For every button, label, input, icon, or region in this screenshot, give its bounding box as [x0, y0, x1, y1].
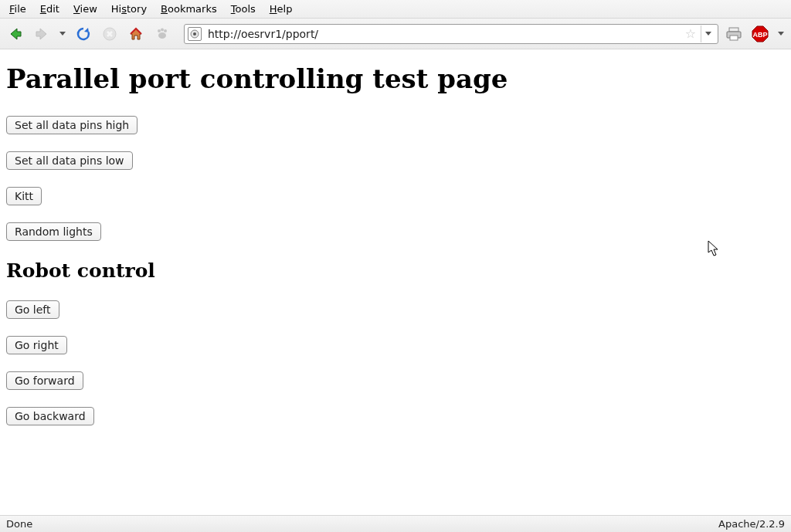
chevron-down-icon	[59, 32, 66, 36]
go-forward-button[interactable]: Go forward	[6, 371, 83, 390]
menu-file[interactable]: File	[3, 2, 32, 16]
forward-arrow-icon	[34, 26, 49, 42]
bookmark-star-icon[interactable]: ☆	[685, 26, 696, 41]
chevron-down-icon	[705, 32, 711, 36]
url-bar[interactable]: ☆	[184, 24, 718, 44]
url-dropdown-button[interactable]	[701, 25, 715, 42]
abp-icon: ABP	[752, 25, 769, 42]
svg-point-1	[158, 29, 161, 32]
svg-point-6	[193, 32, 196, 36]
printer-icon	[725, 26, 742, 42]
menu-help[interactable]: Help	[263, 2, 299, 16]
url-input[interactable]	[206, 27, 681, 41]
go-backward-button[interactable]: Go backward	[6, 407, 94, 425]
page-title: Parallel port controlling test page	[6, 63, 785, 94]
site-identity-icon[interactable]	[188, 27, 202, 41]
back-button[interactable]	[5, 23, 26, 45]
menu-bookmarks[interactable]: Bookmarks	[154, 2, 223, 16]
status-text-left: Done	[6, 518, 32, 530]
set-all-high-button[interactable]: Set all data pins high	[6, 116, 137, 134]
svg-text:ABP: ABP	[752, 31, 767, 39]
menu-edit[interactable]: Edit	[34, 2, 66, 16]
forward-menu-button[interactable]	[57, 23, 68, 45]
menu-tools[interactable]: Tools	[225, 2, 262, 16]
forward-button[interactable]	[31, 23, 53, 45]
print-button[interactable]	[723, 23, 745, 45]
home-button[interactable]	[125, 23, 147, 45]
svg-point-3	[164, 29, 167, 32]
go-left-button[interactable]: Go left	[6, 300, 59, 319]
go-right-button[interactable]: Go right	[6, 336, 67, 354]
stop-button[interactable]	[99, 23, 121, 45]
svg-point-2	[161, 28, 164, 31]
svg-point-4	[158, 32, 166, 39]
paw-button[interactable]	[151, 23, 173, 45]
random-lights-button[interactable]: Random lights	[6, 222, 101, 241]
page-content: Parallel port controlling test page Set …	[0, 49, 791, 449]
svg-rect-7	[729, 28, 738, 32]
menu-view[interactable]: View	[67, 2, 104, 16]
status-bar: Done Apache/2.2.9	[0, 515, 791, 532]
reload-icon	[76, 26, 91, 42]
back-arrow-icon	[8, 26, 23, 42]
toolbar: ☆ ABP	[0, 19, 791, 49]
kitt-button[interactable]: Kitt	[6, 187, 42, 205]
adblock-button[interactable]: ABP	[749, 23, 771, 45]
menubar: File Edit View History Bookmarks Tools H…	[0, 0, 791, 19]
stop-icon	[102, 26, 117, 42]
adblock-menu-button[interactable]	[776, 23, 786, 45]
home-icon	[128, 26, 144, 42]
section-title-robot: Robot control	[6, 259, 785, 282]
menu-history[interactable]: History	[105, 2, 153, 16]
paw-icon	[154, 26, 170, 42]
status-text-right: Apache/2.2.9	[718, 518, 785, 530]
svg-rect-9	[730, 36, 738, 40]
reload-button[interactable]	[73, 23, 94, 45]
chevron-down-icon	[778, 32, 784, 36]
set-all-low-button[interactable]: Set all data pins low	[6, 151, 133, 170]
